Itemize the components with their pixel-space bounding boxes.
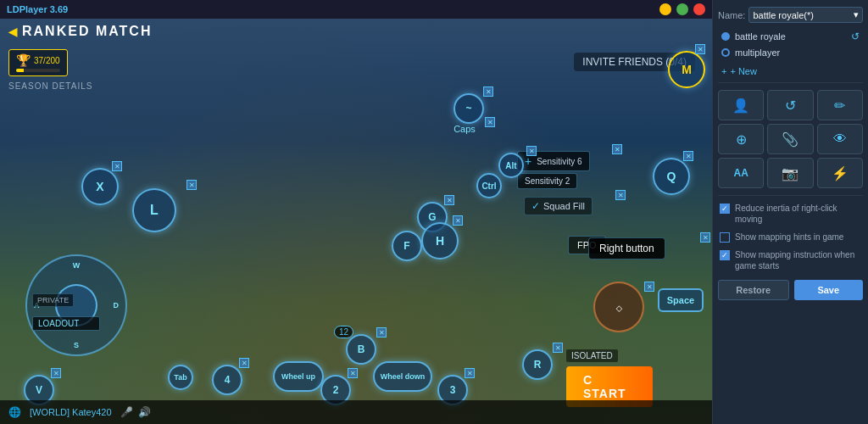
window-controls — [659, 3, 705, 15]
reset-icon[interactable]: ↺ — [851, 31, 860, 42]
close-x[interactable]: ✕ — [112, 161, 122, 171]
key-wheel-up[interactable]: Wheel up — [273, 361, 324, 392]
close-m[interactable]: ✕ — [695, 44, 705, 54]
checkbox-row-2[interactable]: Show mapping hints in game — [718, 228, 863, 246]
close-alt[interactable]: ✕ — [526, 146, 537, 156]
caps-label: Caps — [442, 124, 487, 134]
aim-button[interactable]: ⬦ — [593, 282, 644, 332]
checkbox-label-3: Show mapping instruction when game start… — [735, 249, 861, 271]
key-r[interactable]: R — [522, 349, 553, 380]
checkbox-label-2: Show mapping hints in game — [735, 232, 843, 243]
icon-paperclip[interactable]: 📎 — [767, 124, 813, 154]
season-label: SEASON DETAILS — [8, 81, 92, 91]
close-g[interactable]: ✕ — [444, 195, 454, 205]
key-ctrl[interactable]: Ctrl — [476, 173, 502, 198]
game-mode-title: RANKED MATCH — [22, 24, 152, 39]
key-tab[interactable]: Tab — [168, 365, 193, 390]
close-v[interactable]: ✕ — [51, 368, 61, 378]
checkbox-3[interactable]: ✓ — [720, 250, 730, 260]
speaker-icon[interactable]: 🔊 — [138, 406, 151, 418]
close-tilde[interactable]: ✕ — [483, 86, 493, 97]
close-b[interactable]: ✕ — [376, 327, 387, 338]
right-panel: Name: battle royale(*) ▾ battle royale ↺… — [712, 0, 868, 424]
key-x[interactable]: X — [81, 168, 119, 205]
profile-name-2: multiplayer — [735, 47, 780, 58]
key-h[interactable]: H — [421, 222, 459, 259]
close-r[interactable]: ✕ — [553, 343, 563, 353]
close-3[interactable]: ✕ — [465, 368, 475, 378]
space-button[interactable]: Space — [658, 288, 704, 312]
icon-camera[interactable]: 📷 — [767, 158, 813, 188]
back-button[interactable]: ◀ — [8, 25, 17, 38]
close-x2[interactable]: ✕ — [186, 180, 197, 190]
sensitivity-2[interactable]: Sensitivity 2 — [517, 173, 577, 189]
profile-select[interactable]: battle royale(*) ▾ — [748, 7, 863, 23]
save-button[interactable]: Save — [794, 280, 864, 300]
loadout-tab[interactable]: LOADOUT — [32, 316, 100, 331]
profile-name-row: Name: battle royale(*) ▾ — [718, 7, 863, 23]
player-info: 🏆 37/200 — [8, 49, 68, 76]
wasd-d: D — [114, 301, 120, 310]
close-q[interactable]: ✕ — [683, 151, 693, 161]
checkbox-row-1[interactable]: ✓ Reduce inertia of right-click moving — [718, 199, 863, 228]
close-button[interactable] — [693, 3, 705, 15]
player-level: 37/200 — [34, 56, 60, 65]
close-h[interactable]: ✕ — [453, 215, 463, 226]
close-rightbtn[interactable]: ✕ — [700, 232, 710, 243]
maximize-button[interactable] — [676, 3, 688, 15]
bottom-icons: 🎤 🔊 — [120, 406, 151, 418]
key-b[interactable]: B — [346, 334, 376, 365]
new-profile-button[interactable]: + + New — [718, 64, 863, 79]
checkbox-label-1: Reduce inertia of right-click moving — [735, 203, 861, 225]
hud-top: ◀ RANKED MATCH — [0, 24, 712, 39]
key-f[interactable]: F — [392, 231, 422, 261]
divider-2 — [718, 195, 863, 196]
key-m[interactable]: M — [668, 51, 705, 88]
close-sens6[interactable]: ✕ — [612, 144, 622, 154]
icon-loop[interactable]: ↺ — [767, 90, 813, 120]
close-caps[interactable]: ✕ — [485, 117, 495, 127]
key-q[interactable]: Q — [653, 158, 690, 195]
private-tag: PRIVATE — [32, 293, 74, 307]
checkbox-1[interactable]: ✓ — [720, 204, 730, 214]
plus-icon: + — [721, 66, 726, 76]
close-4[interactable]: ✕ — [239, 358, 249, 368]
radio-inactive — [721, 48, 730, 57]
checkbox-row-3[interactable]: ✓ Show mapping instruction when game sta… — [718, 246, 863, 275]
checkbox-2[interactable] — [720, 232, 730, 243]
icon-grid: 👤 ↺ ✏ ⊕ 📎 👁 AA 📷 ⚡ — [718, 90, 863, 188]
chevron-down-icon: ▾ — [854, 9, 859, 20]
icon-pencil[interactable]: ✏ — [817, 90, 863, 120]
right-button-tooltip: Right button — [588, 237, 665, 259]
profile-multiplayer[interactable]: multiplayer — [718, 45, 863, 60]
key-tilde[interactable]: ~ — [453, 93, 484, 124]
profile-battle-royale[interactable]: battle royale ↺ — [718, 28, 863, 45]
profile-list: battle royale ↺ multiplayer — [718, 28, 863, 60]
key-l[interactable]: L — [132, 188, 176, 232]
minimize-button[interactable] — [659, 3, 671, 15]
key-4[interactable]: 4 — [212, 365, 242, 395]
icon-person[interactable]: 👤 — [718, 90, 764, 120]
key-wheel-down[interactable]: Wheel down — [373, 361, 432, 392]
panel-actions: Restore Save — [718, 280, 863, 300]
name-label: Name: — [718, 10, 745, 20]
restore-button[interactable]: Restore — [718, 280, 789, 300]
wasd-w: W — [73, 261, 81, 270]
icon-crosshair[interactable]: ⊕ — [718, 124, 764, 154]
profile-name-1: battle royale — [735, 31, 786, 42]
close-space[interactable]: ✕ — [644, 282, 654, 292]
icon-eye[interactable]: 👁 — [817, 124, 863, 154]
icon-aa[interactable]: AA — [718, 158, 764, 188]
item-count: 12 — [334, 326, 353, 338]
isolated-label: ISOLATED — [566, 349, 618, 362]
mic-icon[interactable]: 🎤 — [120, 406, 133, 418]
squad-fill[interactable]: ✓ Squad Fill — [524, 197, 593, 215]
divider — [718, 82, 863, 83]
player-name: [WORLD] Katey420 — [30, 407, 112, 417]
key-alt[interactable]: Alt — [498, 153, 524, 178]
close-2[interactable]: ✕ — [348, 368, 358, 378]
close-squad[interactable]: ✕ — [615, 190, 626, 200]
wasd-s: S — [74, 341, 79, 349]
icon-lightning[interactable]: ⚡ — [817, 158, 863, 188]
bottom-bar: 🌐 [WORLD] Katey420 🎤 🔊 — [0, 400, 712, 424]
